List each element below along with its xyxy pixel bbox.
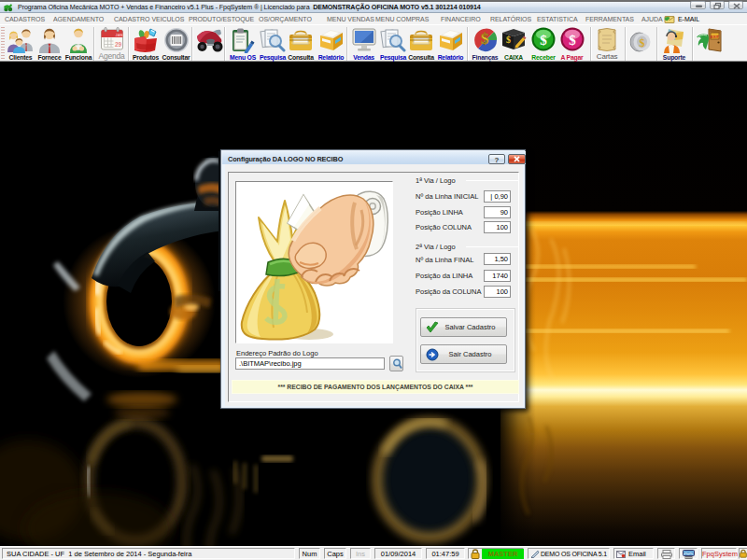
svg-text:29: 29 xyxy=(114,41,121,48)
svg-text:JAN: JAN xyxy=(115,33,122,37)
svg-text:?: ? xyxy=(495,156,500,164)
svg-text:$: $ xyxy=(540,33,547,48)
svg-text:$: $ xyxy=(481,30,489,48)
svg-text:$: $ xyxy=(569,33,576,48)
svg-text:EXIT: EXIT xyxy=(711,35,719,39)
svg-text:$: $ xyxy=(506,35,511,45)
svg-text:$: $ xyxy=(640,36,645,49)
